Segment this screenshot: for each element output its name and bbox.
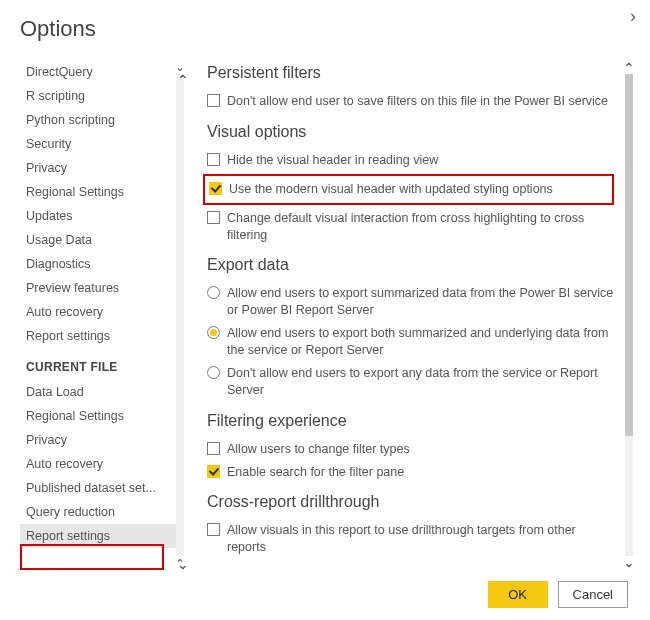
sidebar-scroll-track[interactable] [176,74,184,556]
sidebar-item-file-regional[interactable]: Regional Settings [20,404,181,428]
sidebar-item-python-scripting[interactable]: Python scripting [20,108,181,132]
sidebar-item-query-reduction[interactable]: Query reduction [20,500,181,524]
option-label: Hide the visual header in reading view [227,152,630,169]
sidebar-item-report-settings-global[interactable]: Report settings [20,324,181,348]
sidebar-item-file-privacy[interactable]: Privacy [20,428,181,452]
section-title-filtering: Filtering experience [207,412,630,430]
main-scroll-thumb[interactable] [625,74,633,436]
sidebar-item-directquery[interactable]: DirectQuery [20,60,181,84]
highlight-modern-visual-header: Use the modern visual header with update… [203,174,614,205]
sidebar-item-data-load[interactable]: Data Load [20,380,181,404]
checkbox-checked-icon[interactable] [207,465,220,478]
checkbox-checked-icon[interactable] [209,182,222,195]
option-label: Don't allow end user to save filters on … [227,93,630,110]
sidebar-item-security[interactable]: Security [20,132,181,156]
radio-icon[interactable] [207,366,220,379]
section-persistent-filters: Persistent filters Don't allow end user … [207,64,630,113]
ok-button[interactable]: OK [488,581,548,608]
main-panel: Persistent filters Don't allow end user … [185,60,630,570]
chevron-down-icon[interactable]: ⌃ [623,554,635,570]
checkbox-icon[interactable] [207,523,220,536]
sidebar-item-regional-settings[interactable]: Regional Settings [20,180,181,204]
option-cross-report-drillthrough[interactable]: Allow visuals in this report to use dril… [207,519,630,559]
option-hide-visual-header[interactable]: Hide the visual header in reading view [207,149,630,172]
option-enable-filter-search[interactable]: Enable search for the filter pane [207,461,630,484]
sidebar-item-preview-features[interactable]: Preview features [20,276,181,300]
option-label: Allow end users to export summarized dat… [227,285,630,319]
cancel-button[interactable]: Cancel [558,581,628,608]
dialog-content: DirectQuery R scripting Python scripting… [20,60,630,570]
section-title-visual: Visual options [207,123,630,141]
radio-icon[interactable] [207,286,220,299]
section-export-data: Export data Allow end users to export su… [207,256,630,401]
close-chevron-icon[interactable]: › [630,6,636,27]
checkbox-icon[interactable] [207,94,220,107]
option-label: Allow users to change filter types [227,441,630,458]
sidebar: DirectQuery R scripting Python scripting… [20,60,185,570]
section-filtering-experience: Filtering experience Allow users to chan… [207,412,630,484]
sidebar-item-published-dataset[interactable]: Published dataset set... [20,476,181,500]
sidebar-item-report-settings-file[interactable]: Report settings [20,524,181,548]
option-export-none[interactable]: Don't allow end users to export any data… [207,362,630,402]
option-label: Use the modern visual header with update… [229,181,608,198]
sidebar-list: DirectQuery R scripting Python scripting… [20,60,181,570]
option-label: Enable search for the filter pane [227,464,630,481]
dialog-footer: OK Cancel [488,581,628,608]
option-export-summarized[interactable]: Allow end users to export summarized dat… [207,282,630,322]
option-modern-visual-header[interactable]: Use the modern visual header with update… [209,178,608,201]
option-label: Allow end users to export both summarize… [227,325,630,359]
section-title-export: Export data [207,256,630,274]
checkbox-icon[interactable] [207,153,220,166]
sidebar-item-file-auto-recovery[interactable]: Auto recovery [20,452,181,476]
sidebar-item-diagnostics[interactable]: Diagnostics [20,252,181,276]
sidebar-item-privacy[interactable]: Privacy [20,156,181,180]
option-label: Don't allow end users to export any data… [227,365,630,399]
sidebar-item-updates[interactable]: Updates [20,204,181,228]
option-label: Change default visual interaction from c… [227,210,630,244]
main-scroll-track[interactable] [625,74,633,556]
section-title-persistent: Persistent filters [207,64,630,82]
checkbox-icon[interactable] [207,442,220,455]
section-visual-options: Visual options Hide the visual header in… [207,123,630,247]
sidebar-section-header: CURRENT FILE [20,348,181,380]
option-label: Allow visuals in this report to use dril… [227,522,630,556]
option-export-both[interactable]: Allow end users to export both summarize… [207,322,630,362]
sidebar-item-auto-recovery[interactable]: Auto recovery [20,300,181,324]
main-scrollbar[interactable]: ⌃ ⌃ [622,60,638,570]
option-change-filter-types[interactable]: Allow users to change filter types [207,438,630,461]
checkbox-icon[interactable] [207,211,220,224]
dialog-title: Options [20,16,630,42]
sidebar-item-usage-data[interactable]: Usage Data [20,228,181,252]
radio-checked-icon[interactable] [207,326,220,339]
sidebar-item-r-scripting[interactable]: R scripting [20,84,181,108]
section-title-cross: Cross-report drillthrough [207,493,630,511]
option-change-default-interaction[interactable]: Change default visual interaction from c… [207,207,630,247]
section-cross-report: Cross-report drillthrough Allow visuals … [207,493,630,559]
options-dialog: › Options DirectQuery R scripting Python… [0,0,650,620]
option-persistent-dont-allow[interactable]: Don't allow end user to save filters on … [207,90,630,113]
